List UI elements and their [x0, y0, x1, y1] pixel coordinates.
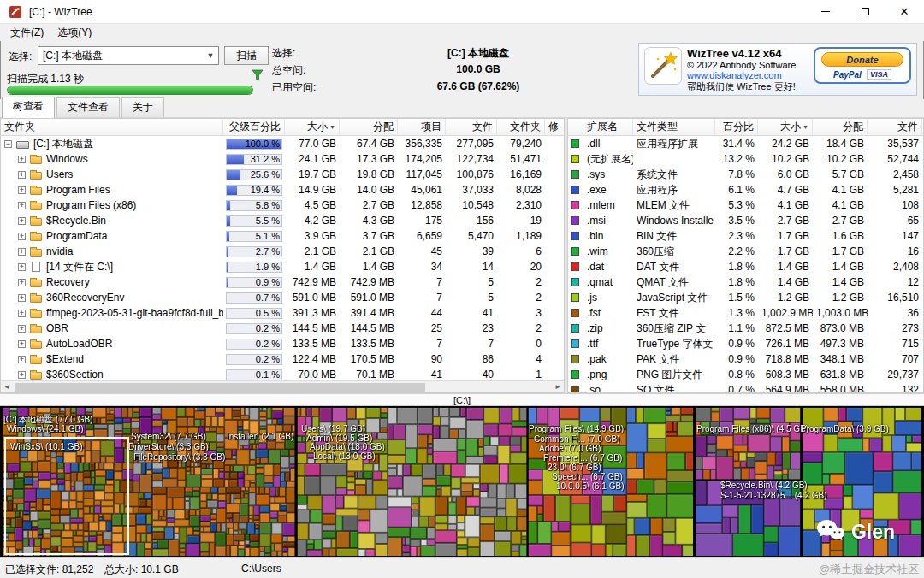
tree-row[interactable]: +nvidia2.7 %2.1 GB2.1 GB45396 [1, 244, 564, 259]
tab-file-view[interactable]: 文件查看 [56, 97, 120, 117]
extension-row[interactable]: .qmatQMAT 文件1.8 %1.4 GB1.4 GB12 [568, 274, 923, 290]
extension-row[interactable]: .wim360压缩2.2 %1.7 GB1.7 GB16 [568, 244, 923, 259]
expand-toggle[interactable]: + [18, 310, 26, 317]
percent-cell: 1.3 % [715, 307, 758, 319]
extension-row[interactable]: .mlemMLEM 文件5.3 %4.1 GB4.1 GB108 [568, 198, 923, 213]
extension-row[interactable]: .fstFST 文件1.3 %1,002.9 MB1,003.0 MB36 [568, 305, 923, 321]
ext-column-header-4[interactable]: 大小▼ [758, 119, 813, 135]
wechat-watermark: Glen [816, 519, 895, 546]
expand-toggle[interactable]: + [18, 156, 26, 163]
extension-row[interactable]: .exe应用程序6.1 %4.7 GB4.1 GB5,281 [568, 182, 923, 198]
allocated-cell: 873.0 MB [813, 322, 868, 334]
expand-toggle[interactable]: + [18, 340, 26, 348]
expand-toggle[interactable]: + [18, 233, 26, 240]
color-swatch-cell [568, 324, 583, 333]
tree-column-header-1[interactable]: 父级百分比 [223, 119, 285, 135]
extension-row[interactable]: .jsJavaScript 文件1.5 %1.2 GB1.2 GB16,510 [568, 290, 923, 305]
ext-column-header-0[interactable] [568, 119, 583, 135]
allocated-cell: 1.6 GB [813, 230, 868, 242]
tab-about[interactable]: 关于 [121, 97, 164, 117]
tree-row[interactable]: +Program Files19.4 %14.9 GB14.0 GB45,061… [1, 182, 564, 198]
extension-row[interactable]: .zip360压缩 ZIP 文1.1 %872.5 MB873.0 MB273 [568, 321, 923, 336]
scroll-left-icon[interactable]: ◄ [1, 381, 13, 392]
tree-row[interactable]: +$Extend0.2 %122.4 MB170.5 MB90864 [1, 351, 564, 367]
percent-cell: 1.8 % [715, 261, 758, 273]
horizontal-scrollbar[interactable]: ◄ ► [1, 380, 564, 392]
tree-row[interactable]: +Users25.6 %19.7 GB19.8 GB117,045100,876… [1, 167, 564, 182]
extension-row[interactable]: (无扩展名)13.2 %10.2 GB10.2 GB52,744 [568, 151, 923, 167]
expand-toggle[interactable]: + [18, 248, 26, 256]
expand-toggle[interactable]: + [18, 186, 26, 194]
tree-row[interactable]: +ProgramData5.1 %3.9 GB3.7 GB6,6595,4701… [1, 228, 564, 244]
minimize-button[interactable] [806, 0, 845, 23]
tree-column-header-5[interactable]: 文件 [446, 119, 497, 135]
extension-row[interactable]: .msiWindows Installe3.5 %2.7 GB2.7 GB65 [568, 213, 923, 228]
tree-row[interactable]: −[C:] 本地磁盘100.0 %77.0 GB67.4 GB356,33527… [1, 136, 564, 151]
expand-toggle[interactable]: + [18, 356, 26, 363]
ext-column-header-2[interactable]: 文件类型 [633, 119, 715, 135]
tab-tree-view[interactable]: 树查看 [2, 97, 55, 118]
tree-row[interactable]: +$Recycle.Bin5.5 %4.2 GB4.3 GB17515619 [1, 213, 564, 228]
expand-toggle[interactable]: + [18, 325, 26, 333]
about-link[interactable]: www.diskanalyzer.com [687, 70, 814, 80]
close-button[interactable]: ✕ [885, 0, 924, 23]
tree-column-header-7[interactable]: 修 [545, 119, 560, 135]
tree-column-header-3[interactable]: 分配 [340, 119, 398, 135]
expand-toggle[interactable]: + [18, 202, 26, 209]
app-icon [9, 5, 22, 19]
ext-column-header-1[interactable]: 扩展名 [583, 119, 633, 135]
maximize-button[interactable] [845, 0, 885, 23]
menu-item-1[interactable]: 选项(Y) [50, 24, 98, 42]
tree-row[interactable]: +OBR0.2 %144.5 MB144.5 MB25232 [1, 321, 564, 336]
drive-select[interactable]: [C:] 本地磁盘 ▼ [38, 46, 219, 65]
tree-row[interactable]: +AutoLoadOBR0.2 %133.5 MB133.5 MB770 [1, 336, 564, 351]
tree-row[interactable]: +Program Files (x86)5.8 %4.5 GB2.7 GB12,… [1, 198, 564, 213]
statusbar: 已选择文件: 81,252 总大小: 10.1 GB C:\Users @稀土掘… [0, 557, 924, 578]
ext-column-header-3[interactable]: 百分比 [715, 119, 758, 135]
extension-row[interactable]: .ttfTrueType 字体文0.9 %726.1 MB497.3 MB715 [568, 336, 923, 351]
tree-column-header-0[interactable]: 文件夹 [1, 119, 223, 135]
ext-column-header-5[interactable]: 分配 [813, 119, 868, 135]
scan-button[interactable]: 扫描 [224, 46, 269, 65]
tree-column-header-4[interactable]: 项目 [398, 119, 446, 135]
percent-text: 1.9 % [256, 262, 280, 272]
donate-button[interactable]: Donate [821, 52, 903, 67]
file-type-cell: QMAT 文件 [633, 275, 715, 290]
scrollbar-thumb[interactable] [15, 383, 425, 392]
column-header-label: 大小 [307, 120, 328, 134]
files-cell: 52,744 [868, 153, 922, 165]
expand-toggle[interactable]: + [18, 294, 26, 302]
folder-name-cell: +AutoLoadOBR [1, 338, 223, 350]
tree-column-header-6[interactable]: 文件夹 [497, 119, 545, 135]
menu-item-0[interactable]: 文件(Z) [3, 24, 50, 42]
folders-cell: 2 [497, 292, 545, 304]
extension-row[interactable]: .pakPAK 文件0.9 %718.8 MB348.1 MB707 [568, 351, 923, 367]
ext-column-header-6[interactable]: 文件 [868, 119, 922, 135]
tree-row[interactable]: +ffmpeg-2023-05-31-git-baa9fcf8d-full_b0… [1, 305, 564, 321]
items-cell: 34 [398, 261, 446, 273]
extension-row[interactable]: .dll应用程序扩展31.4 %24.2 GB18.4 GB35,537 [568, 136, 923, 151]
extension-row[interactable]: .binBIN 文件2.3 %1.7 GB1.6 GB147 [568, 228, 923, 244]
scroll-right-icon[interactable]: ► [552, 381, 564, 392]
allocated-cell: 497.3 MB [813, 338, 868, 350]
tree-row[interactable]: +[14 文件在 C:\]1.9 %1.4 GB1.4 GB341420 [1, 259, 564, 274]
tree-row[interactable]: +Recovery0.9 %742.9 MB742.9 MB752 [1, 274, 564, 290]
expand-toggle[interactable]: + [18, 279, 26, 286]
tree-column-header-2[interactable]: 大小▼ [285, 119, 340, 135]
expand-toggle[interactable]: + [18, 217, 26, 225]
treemap-canvas[interactable] [0, 406, 924, 557]
percent-bar-fill [227, 232, 229, 241]
expand-toggle[interactable]: + [18, 371, 26, 379]
extension-color-swatch [571, 186, 579, 194]
extension-row[interactable]: .datDAT 文件1.8 %1.4 GB1.4 GB2,408 [568, 259, 923, 274]
filter-icon[interactable] [252, 69, 264, 84]
extension-row[interactable]: .sys系统文件7.8 %6.0 GB5.7 GB2,458 [568, 167, 923, 182]
expand-toggle[interactable]: + [18, 263, 26, 271]
expand-toggle[interactable]: + [18, 171, 26, 179]
expand-toggle[interactable]: − [4, 140, 12, 148]
tree-row[interactable]: +Windows31.2 %24.1 GB17.3 GB174,205122,7… [1, 151, 564, 167]
tree-row[interactable]: +360RecoveryEnv0.7 %591.0 MB591.0 MB752 [1, 290, 564, 305]
percent-cell: 1.8 % [715, 276, 758, 288]
extension-row[interactable]: .soSO 文件0.7 %564.9 MB558.0 MB132 [568, 382, 923, 393]
extension-row[interactable]: .pngPNG 图片文件0.8 %608.3 MB631.8 MB29,737 [568, 367, 923, 382]
